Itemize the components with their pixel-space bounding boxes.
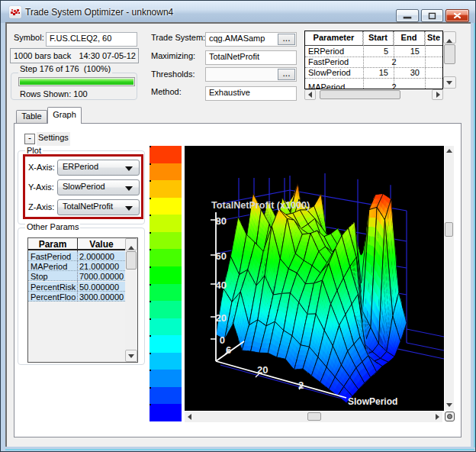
svg-text:80: 80 (216, 215, 227, 227)
svg-text:60: 60 (216, 250, 227, 262)
svg-text:40: 40 (216, 279, 227, 291)
svg-text:20: 20 (216, 312, 227, 324)
svg-text:TotalNetProfit (x1000): TotalNetProfit (x1000) (211, 200, 310, 211)
svg-text:SlowPeriod: SlowPeriod (348, 396, 397, 407)
svg-text:2: 2 (298, 379, 304, 391)
svg-text:20: 20 (257, 364, 268, 376)
svg-text:6: 6 (226, 344, 231, 356)
svg-text:0: 0 (220, 334, 225, 346)
